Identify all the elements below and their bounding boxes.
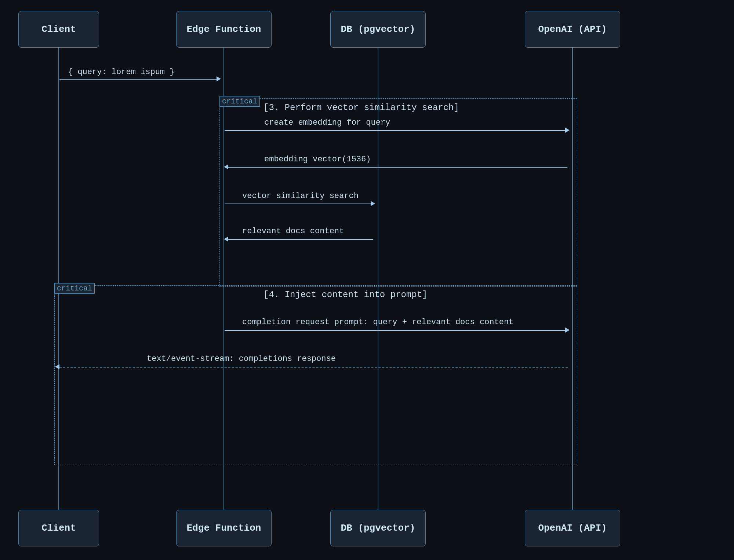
- actor-edge-top: Edge Function: [176, 11, 272, 48]
- label-completions-response: text/event-stream: completions response: [147, 354, 336, 363]
- arrowhead-completion-request: [565, 327, 570, 333]
- label-create-embedding: create embedding for query: [264, 118, 390, 127]
- arrowhead-create-embedding: [565, 128, 570, 133]
- label-query: { query: lorem ispum }: [68, 67, 174, 77]
- group-title-critical1: [3. Perform vector similarity search]: [264, 103, 459, 113]
- arrow-embedding-vector: [228, 167, 567, 168]
- arrowhead-vector-search: [371, 201, 375, 206]
- actor-db-bottom: DB (pgvector): [330, 510, 426, 546]
- actor-edge-bottom: Edge Function: [176, 510, 272, 546]
- actor-client-top: Client: [18, 11, 99, 48]
- actor-db-top: DB (pgvector): [330, 11, 426, 48]
- group-label-critical2: critical: [54, 283, 95, 294]
- arrow-create-embedding: [225, 130, 567, 131]
- arrowhead-relevant-docs: [224, 237, 228, 242]
- label-embedding-vector: embedding vector(1536): [264, 155, 371, 164]
- label-vector-search: vector similarity search: [242, 191, 359, 201]
- arrow-completions-response: [59, 367, 568, 367]
- arrow-completion-request: [225, 330, 567, 331]
- sequence-diagram: Client Edge Function DB (pgvector) OpenA…: [0, 0, 734, 560]
- group-title-critical2: [4. Inject content into prompt]: [264, 290, 427, 300]
- actor-client-bottom: Client: [18, 510, 99, 546]
- arrowhead-query: [217, 76, 221, 81]
- arrowhead-embedding-vector: [224, 164, 228, 169]
- actor-openai-bottom: OpenAI (API): [525, 510, 620, 546]
- label-relevant-docs: relevant docs content: [242, 227, 344, 236]
- arrow-vector-search: [225, 204, 373, 204]
- arrow-relevant-docs: [228, 239, 373, 240]
- arrowhead-completions-response: [55, 364, 59, 369]
- group-critical2: [54, 285, 577, 465]
- arrow-query: [59, 79, 219, 80]
- actor-openai-top: OpenAI (API): [525, 11, 620, 48]
- group-label-critical1: critical: [219, 96, 260, 107]
- label-completion-request: completion request prompt: query + relev…: [242, 318, 513, 327]
